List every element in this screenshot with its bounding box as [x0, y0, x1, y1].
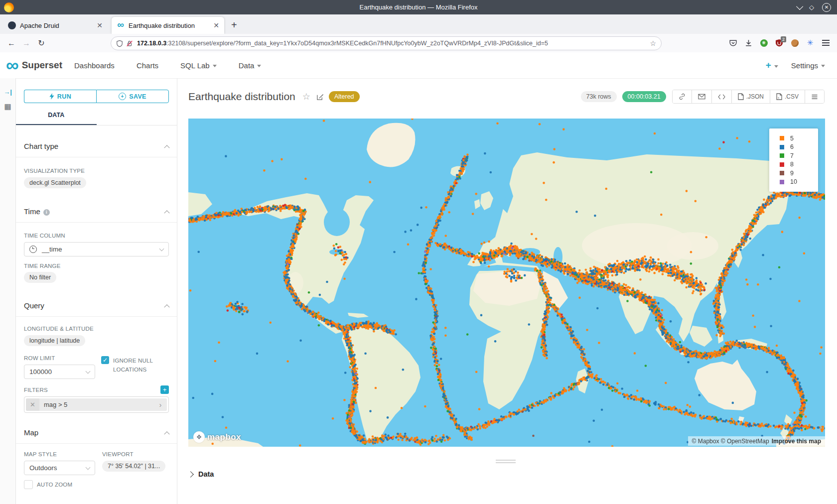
data-section-toggle[interactable]: Data	[188, 470, 837, 478]
expand-panel-icon[interactable]: →|	[3, 88, 12, 96]
chevron-up-icon	[164, 304, 169, 310]
superset-logo[interactable]: ∞ Superset	[6, 58, 62, 73]
email-button[interactable]	[692, 90, 711, 103]
tab-close-icon[interactable]: ✕	[213, 21, 219, 29]
legend-swatch	[780, 162, 784, 167]
nav-charts[interactable]: Charts	[137, 61, 158, 70]
chevron-right-icon	[187, 471, 194, 478]
tab-data[interactable]: DATA	[16, 107, 97, 125]
data-section-label: Data	[198, 470, 214, 478]
legend-item[interactable]: 7	[780, 151, 818, 160]
privacy-badger-extension-icon[interactable]: ❋	[759, 38, 768, 47]
checkbox-unchecked-icon[interactable]	[24, 480, 33, 489]
query-timer-badge: 00:00:03.21	[622, 91, 666, 102]
legend-label: 7	[790, 152, 794, 159]
legend-item[interactable]: 9	[780, 169, 818, 178]
permissions-shield-icon[interactable]	[116, 40, 123, 47]
cookie-extension-icon[interactable]	[790, 38, 799, 47]
section-map[interactable]: Map	[24, 428, 169, 437]
viewport-value[interactable]: 7° 35' 54.02" | 31...	[102, 461, 165, 472]
druid-favicon	[8, 21, 16, 29]
chevron-down-icon	[86, 369, 91, 374]
extension-pinwheel-icon[interactable]: ✳	[806, 38, 815, 47]
dataset-table-icon[interactable]: ▦	[4, 102, 11, 111]
browser-tab-apache-druid[interactable]: Apache Druid ✕	[3, 17, 108, 34]
export-csv-button[interactable]: x .CSV	[770, 90, 805, 103]
legend-label: 6	[790, 143, 794, 150]
legend-label: 5	[790, 135, 794, 142]
add-filter-button[interactable]: +	[160, 385, 169, 394]
browser-tab-earthquake-distribution[interactable]: ∞ Earthquake distribution ✕	[112, 17, 224, 34]
url-host: 172.18.0.3	[137, 40, 166, 47]
embed-code-button[interactable]	[711, 90, 731, 103]
chart-menu-button[interactable]	[805, 90, 824, 103]
tab-title: Apache Druid	[20, 22, 94, 29]
bookmark-star-icon[interactable]: ☆	[650, 39, 656, 47]
reload-button[interactable]: ↻	[34, 38, 49, 48]
filter-value[interactable]: mag > 5	[39, 401, 154, 408]
legend-swatch	[780, 145, 784, 149]
time-column-label: TIME COLUMN	[24, 233, 169, 239]
menu-icon[interactable]	[821, 38, 830, 47]
map-attribution: © Mapbox © OpenStreetMap Improve this ma…	[688, 436, 825, 446]
remove-filter-icon[interactable]: ✕	[26, 398, 39, 411]
chevron-up-icon	[164, 431, 169, 437]
section-query[interactable]: Query	[24, 301, 169, 310]
chevron-right-icon[interactable]: ›	[154, 400, 167, 409]
filter-chip[interactable]: ✕ mag > 5 ›	[26, 398, 167, 411]
time-column-select[interactable]: __time	[24, 242, 169, 256]
downloads-icon[interactable]	[744, 38, 753, 47]
back-button[interactable]: ←	[4, 39, 19, 48]
legend-item[interactable]: 6	[780, 143, 818, 152]
new-item-button[interactable]: +	[766, 60, 778, 71]
chevron-down-icon	[159, 246, 164, 251]
url-bar[interactable]: 172.18.0.3 :32108/superset/explore/?form…	[111, 36, 662, 50]
tab-close-icon[interactable]: ✕	[97, 21, 103, 29]
row-limit-label: ROW LIMIT	[24, 355, 95, 361]
nav-sql-lab[interactable]: SQL Lab	[180, 61, 217, 70]
visualization-type-value[interactable]: deck.gl Scatterplot	[24, 177, 86, 188]
magnitude-legend: 5678910	[769, 128, 818, 192]
row-limit-select[interactable]: 100000	[24, 365, 95, 379]
pocket-shield-icon[interactable]	[728, 38, 737, 47]
mapbox-logo[interactable]: ❖ mapbox	[193, 431, 241, 443]
chevron-down-icon	[86, 465, 91, 470]
section-time[interactable]: Timei	[24, 207, 169, 216]
legend-item[interactable]: 8	[780, 160, 818, 169]
legend-label: 8	[790, 161, 794, 168]
ublock-origin-extension-icon[interactable]: 2	[775, 38, 784, 47]
map-style-select[interactable]: Outdoors	[24, 461, 95, 475]
lonlat-value[interactable]: longitude | latitude	[24, 335, 85, 346]
settings-menu[interactable]: Settings	[791, 61, 825, 70]
insecure-lock-icon[interactable]	[126, 40, 133, 47]
mapbox-icon: ❖	[193, 431, 205, 443]
share-link-button[interactable]	[673, 90, 692, 103]
auto-zoom-checkbox[interactable]: AUTO ZOOM	[24, 480, 95, 489]
url-path: :32108/superset/explore/?form_data_key=1…	[166, 40, 646, 47]
improve-map-link[interactable]: Improve this map	[772, 438, 821, 445]
export-json-button[interactable]: .JSON	[731, 90, 770, 103]
nav-data[interactable]: Data	[239, 61, 262, 70]
deckgl-scatter-map[interactable]: 5678910 ❖ mapbox © Mapbox © OpenStreetMa…	[188, 119, 825, 447]
chart-title: Earthquake distribution	[188, 91, 295, 103]
time-range-value[interactable]: No filter	[24, 272, 56, 283]
favorite-star-icon[interactable]: ☆	[302, 91, 310, 102]
legend-label: 10	[790, 178, 797, 185]
altered-badge: Altered	[329, 91, 360, 102]
panel-resize-handle[interactable]	[496, 460, 516, 463]
chevron-down-icon	[774, 65, 778, 68]
new-tab-button[interactable]: +	[231, 19, 237, 31]
save-button[interactable]: + SAVE	[96, 90, 169, 103]
forward-button[interactable]: →	[19, 39, 34, 48]
nav-dashboards[interactable]: Dashboards	[74, 61, 115, 70]
chevron-down-icon	[257, 65, 261, 67]
section-chart-type[interactable]: Chart type	[24, 142, 169, 150]
legend-item[interactable]: 10	[780, 178, 818, 187]
legend-item[interactable]: 5	[780, 134, 818, 143]
edit-properties-icon[interactable]	[316, 93, 324, 101]
run-button[interactable]: RUN	[24, 90, 96, 103]
chevron-up-icon	[164, 145, 169, 150]
filter-box: ✕ mag > 5 ›	[24, 396, 169, 413]
checkbox-checked-icon[interactable]: ✓	[101, 356, 109, 364]
ignore-null-checkbox[interactable]: ✓ IGNORE NULL LOCATIONS	[101, 356, 169, 374]
